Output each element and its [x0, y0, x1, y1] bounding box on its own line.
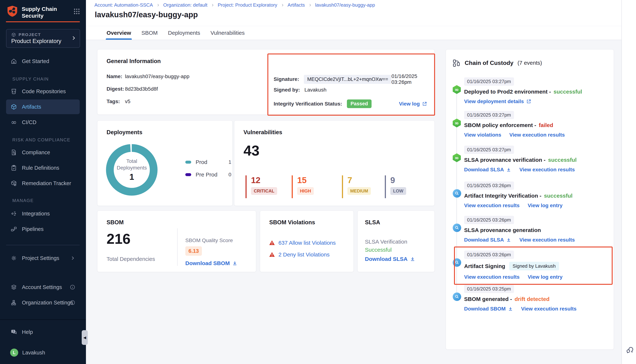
breadcrumb-account[interactable]: Account: Automation-SSCA	[94, 2, 153, 8]
breadcrumb-artifacts[interactable]: Artifacts	[288, 2, 305, 8]
custody-event-slsa-verification: ∞ 01/16/2025 03:27pm SLSA provenance ver…	[464, 146, 609, 172]
allow-list-violations-link[interactable]: 637 Allow list Violations	[278, 240, 336, 246]
download-slsa-link[interactable]: Download SLSA	[365, 256, 415, 262]
sidebar-item-label: Compliance	[22, 150, 50, 156]
tab-bar: Overview SBOM Deployments Vulnerabilitie…	[86, 26, 621, 40]
event-timestamp: 01/16/2025 03:26pm	[464, 182, 514, 190]
tab-deployments[interactable]: Deployments	[168, 26, 200, 40]
severity-badge: LOW	[390, 187, 406, 195]
support-chat-icon[interactable]	[625, 345, 635, 354]
scan-circle-icon	[453, 292, 461, 301]
vulnerabilities-total: 43	[243, 142, 259, 159]
warning-triangle-icon	[269, 240, 275, 246]
project-cube-icon	[11, 32, 16, 37]
view-execution-results-link[interactable]: View execution results	[519, 237, 575, 243]
app-logo-shield-icon	[7, 6, 18, 17]
user-menu[interactable]: L Lavakush	[6, 345, 80, 360]
sidebar-item-artifacts[interactable]: Artifacts	[6, 100, 80, 114]
app-switcher-grid-icon[interactable]	[73, 8, 80, 15]
event-title: Deployed to Prod2 environment -	[464, 88, 551, 95]
sidebar-item-code-repositories[interactable]: Code Repositories	[6, 84, 80, 99]
scan-circle-icon	[453, 189, 461, 198]
legend-row-prod: Prod 1	[185, 156, 231, 168]
severity-count: 15	[297, 176, 314, 185]
svg-text:?: ?	[13, 330, 14, 333]
breadcrumb-organization[interactable]: Organization: default	[163, 2, 207, 8]
custody-event-slsa-generation: 01/16/2025 03:26pm SLSA provenance gener…	[464, 216, 609, 243]
breadcrumb-project[interactable]: Project: Product Exploratory	[218, 2, 277, 8]
status-badge-passed: Passed	[347, 100, 372, 108]
warning-triangle-icon	[269, 252, 275, 258]
download-sbom-link[interactable]: Download SBOM	[185, 260, 238, 266]
sidebar-item-integrations[interactable]: Integrations	[6, 206, 80, 221]
home-icon	[10, 58, 18, 65]
signed-by-value: Lavakush	[304, 87, 327, 93]
artifacts-cube-icon	[10, 103, 18, 110]
sidebar-item-project-settings[interactable]: Project Settings	[6, 251, 80, 266]
view-log-entry-link[interactable]: View log entry	[528, 274, 562, 280]
download-icon	[410, 256, 415, 262]
sidebar-item-cicd[interactable]: ∞ CI/CD	[6, 115, 80, 130]
signature-timestamp: 01/16/2025 03:26pm	[391, 73, 427, 85]
view-execution-results-link[interactable]: View execution results	[464, 274, 519, 280]
breadcrumb-current-artifact[interactable]: lavakush07/easy-buggy-app	[315, 2, 375, 8]
view-violations-link[interactable]: View violations	[464, 132, 501, 138]
sbom-quality-block: SBOM Quality Score 6.13 Download SBOM	[185, 238, 238, 266]
view-execution-results-link[interactable]: View execution results	[509, 132, 565, 138]
sidebar-item-get-started[interactable]: Get Started	[6, 54, 80, 68]
tab-overview[interactable]: Overview	[107, 26, 131, 40]
signature-row: Signature: MEQCICde2VjIT...bL+2+mqnOXw==…	[274, 73, 427, 85]
card-title: SBOM	[107, 219, 124, 226]
digest-value: 8d23bd3b5d8f	[125, 86, 158, 92]
sidebar-item-pipelines[interactable]: Pipelines	[6, 222, 80, 236]
project-selector[interactable]: PROJECT Product Exploratory	[6, 29, 80, 48]
integrity-status-label: Integrity Verification Status:	[274, 101, 342, 107]
event-status: successful	[548, 157, 576, 163]
chain-of-custody-panel: Chain of Custody (7 events) ∞ 01/16/2025…	[446, 49, 614, 350]
download-sbom-link[interactable]: Download SBOM	[464, 306, 513, 312]
sidebar-collapse-handle[interactable]: ◀	[82, 330, 88, 345]
legend-label: Pre Prod	[196, 172, 228, 178]
integrations-icon	[10, 210, 18, 217]
project-name: Product Exploratory	[11, 38, 61, 44]
event-timestamp: 01/16/2025 03:25pm	[464, 285, 514, 293]
custody-event-artifact-integrity: 01/16/2025 03:26pm Artifact Integrity Ve…	[464, 182, 609, 208]
severity-badge: MEDIUM	[348, 187, 371, 195]
sidebar-item-label: Help	[22, 329, 33, 335]
name-label: Name:	[107, 74, 125, 80]
info-icon[interactable]	[70, 300, 75, 305]
breadcrumb-separator-icon	[211, 3, 214, 7]
deny-list-violations-link[interactable]: 2 Deny list Violations	[278, 252, 330, 258]
sidebar-item-organization-settings[interactable]: Organization Settings	[6, 295, 80, 310]
info-icon[interactable]	[70, 284, 75, 290]
tab-sbom[interactable]: SBOM	[141, 26, 158, 40]
org-hierarchy-icon	[10, 299, 18, 306]
breadcrumb: Account: Automation-SSCA Organization: d…	[94, 2, 375, 8]
view-execution-results-link[interactable]: View execution results	[464, 202, 519, 208]
sidebar-item-help[interactable]: ? Help	[6, 325, 80, 339]
gear-icon	[10, 254, 18, 262]
severity-count: 12	[251, 176, 277, 185]
breadcrumb-separator-icon	[308, 3, 312, 7]
view-execution-results-link[interactable]: View execution results	[519, 167, 575, 172]
sidebar-item-label: Remediation Tracker	[22, 180, 71, 186]
chain-of-custody-title: Chain of Custody	[465, 60, 513, 66]
sidebar-item-account-settings[interactable]: Account Settings	[6, 280, 80, 294]
sidebar-item-label: Get Started	[22, 58, 49, 64]
view-deployment-details-link[interactable]: View deployment details	[464, 98, 531, 104]
tags-value: v5	[125, 98, 130, 104]
card-title: Vulnerabilities	[243, 129, 282, 136]
sidebar-item-compliance[interactable]: Compliance	[6, 145, 80, 160]
tab-vulnerabilities[interactable]: Vulnerabilities	[210, 26, 245, 40]
download-slsa-link[interactable]: Download SLSA	[464, 167, 511, 172]
view-execution-results-link[interactable]: View execution results	[521, 306, 576, 312]
sidebar-item-label: Rule Definitions	[22, 165, 59, 171]
view-log-link[interactable]: View log	[399, 101, 427, 107]
name-row: Name: lavakush07/easy-buggy-app	[107, 74, 189, 80]
download-slsa-link[interactable]: Download SLSA	[464, 237, 511, 243]
sidebar-item-label: Project Settings	[22, 255, 59, 261]
sidebar-item-remediation-tracker[interactable]: Remediation Tracker	[6, 176, 80, 191]
sidebar-item-rule-definitions[interactable]: Rule Definitions	[6, 160, 80, 175]
view-log-entry-link[interactable]: View log entry	[528, 202, 562, 208]
chain-of-custody-header: Chain of Custody (7 events)	[452, 59, 542, 67]
